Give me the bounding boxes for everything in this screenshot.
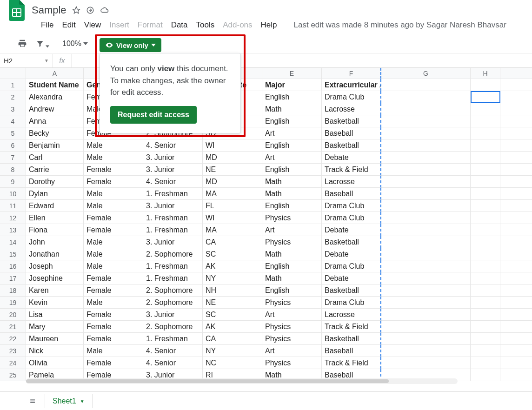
document-title[interactable]: Sample	[30, 4, 66, 16]
cell[interactable]: CA	[203, 236, 262, 248]
filter-icon[interactable]	[34, 38, 46, 49]
cell[interactable]	[471, 236, 500, 248]
cell[interactable]: Track & Field	[322, 164, 381, 176]
cell[interactable]: MD	[203, 152, 262, 164]
cell[interactable]	[529, 139, 532, 152]
cell[interactable]: AK	[203, 260, 262, 272]
cell[interactable]	[500, 236, 529, 248]
cell[interactable]: Drama Club	[322, 297, 381, 309]
cell[interactable]	[529, 272, 532, 284]
cell[interactable]: Male	[84, 345, 143, 357]
cell[interactable]	[529, 188, 532, 200]
cell[interactable]: Art	[262, 224, 322, 236]
cell[interactable]: 2. Sophomore	[143, 321, 203, 333]
row-header[interactable]: 25	[0, 369, 26, 381]
cell[interactable]	[529, 115, 532, 127]
cell[interactable]	[500, 212, 529, 224]
row-header[interactable]: 16	[0, 260, 26, 272]
cell[interactable]: NE	[203, 297, 262, 309]
cell[interactable]: Drama Club	[322, 212, 381, 224]
cell[interactable]: Joseph	[26, 260, 84, 272]
header-cell[interactable]: Extracurricular Activity	[322, 79, 381, 91]
cell[interactable]: Physics	[262, 297, 322, 309]
cell[interactable]: Carl	[26, 152, 84, 164]
column-header[interactable]: F	[322, 68, 381, 79]
row-header[interactable]: 8	[0, 164, 26, 176]
row-header[interactable]: 3	[0, 103, 26, 115]
cell[interactable]: Nick	[26, 345, 84, 357]
request-edit-access-button[interactable]: Request edit access	[110, 106, 197, 124]
cell[interactable]	[500, 357, 529, 369]
cell[interactable]: WI	[203, 212, 262, 224]
header-cell[interactable]: Student Name	[26, 79, 84, 91]
cell[interactable]: 3. Junior	[143, 164, 203, 176]
cell[interactable]: English	[262, 284, 322, 297]
cell[interactable]: Lacrosse	[322, 103, 381, 115]
cell[interactable]: Basketball	[322, 115, 381, 127]
cell[interactable]: Female	[84, 164, 143, 176]
column-header[interactable]	[500, 68, 529, 79]
cell[interactable]: Female	[84, 212, 143, 224]
cell[interactable]: Physics	[262, 357, 322, 369]
select-all-corner[interactable]	[0, 68, 26, 79]
cell[interactable]: Math	[262, 248, 322, 260]
menu-edit[interactable]: Edit	[62, 20, 75, 30]
row-header[interactable]: 18	[0, 284, 26, 297]
cell[interactable]: Becky	[26, 127, 84, 139]
cell[interactable]	[529, 164, 532, 176]
cell[interactable]	[529, 333, 532, 345]
row-header[interactable]: 15	[0, 248, 26, 260]
row-header[interactable]: 1	[0, 79, 26, 91]
cell[interactable]	[471, 333, 500, 345]
cell[interactable]: Female	[84, 309, 143, 321]
view-only-button[interactable]: View only	[100, 38, 161, 52]
horizontal-scrollbar[interactable]	[26, 378, 458, 384]
cell[interactable]: Female	[84, 333, 143, 345]
cell[interactable]	[381, 152, 471, 164]
row-header[interactable]: 11	[0, 200, 26, 212]
cell[interactable]: Baseball	[322, 188, 381, 200]
cell[interactable]	[529, 284, 532, 297]
cell[interactable]	[381, 200, 471, 212]
cell[interactable]	[500, 139, 529, 152]
cell[interactable]	[529, 224, 532, 236]
cell[interactable]	[381, 309, 471, 321]
menu-data[interactable]: Data	[171, 20, 188, 30]
cell[interactable]: Male	[84, 200, 143, 212]
cell[interactable]: 3. Junior	[143, 200, 203, 212]
cell[interactable]: 4. Senior	[143, 345, 203, 357]
cell[interactable]: Track & Field	[322, 357, 381, 369]
cell[interactable]	[529, 260, 532, 272]
cell[interactable]: Male	[84, 248, 143, 260]
cell[interactable]: 3. Junior	[143, 152, 203, 164]
cell[interactable]: AK	[203, 321, 262, 333]
star-icon[interactable]	[72, 6, 80, 14]
cell[interactable]	[500, 200, 529, 212]
cell[interactable]: 2. Sophomore	[143, 297, 203, 309]
cell[interactable]	[471, 115, 500, 127]
cell[interactable]: Basketball	[322, 139, 381, 152]
column-header[interactable]: A	[26, 68, 84, 79]
cell[interactable]: WI	[203, 139, 262, 152]
cell[interactable]	[381, 115, 471, 127]
cell[interactable]: 4. Senior	[143, 139, 203, 152]
cell[interactable]	[471, 176, 500, 188]
cell[interactable]	[500, 152, 529, 164]
cell[interactable]: NY	[203, 272, 262, 284]
cell[interactable]: Baseball	[322, 345, 381, 357]
cell[interactable]	[381, 272, 471, 284]
cell[interactable]: Art	[262, 345, 322, 357]
cell[interactable]: Debate	[322, 272, 381, 284]
row-header[interactable]: 24	[0, 357, 26, 369]
cell[interactable]	[500, 345, 529, 357]
cell[interactable]: Olivia	[26, 357, 84, 369]
cell[interactable]: NE	[203, 164, 262, 176]
cell[interactable]	[500, 297, 529, 309]
cell[interactable]: English	[262, 260, 322, 272]
cell[interactable]	[529, 321, 532, 333]
cell[interactable]: 3. Junior	[143, 236, 203, 248]
row-header[interactable]: 17	[0, 272, 26, 284]
row-header[interactable]: 5	[0, 127, 26, 139]
cell[interactable]: MA	[203, 224, 262, 236]
cell[interactable]	[529, 309, 532, 321]
